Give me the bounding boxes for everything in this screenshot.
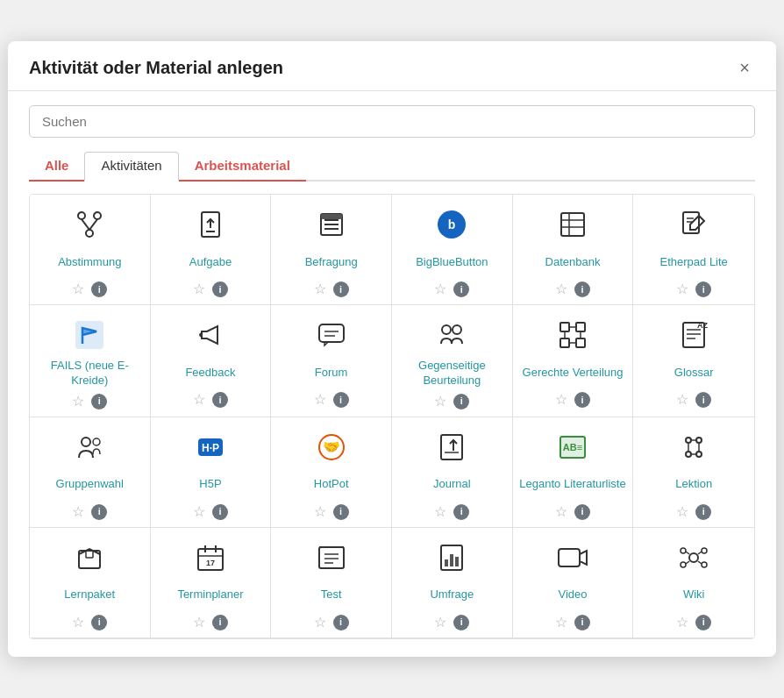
hotpot-star-button[interactable]: ☆ bbox=[314, 505, 326, 519]
gegenseitige-star-button[interactable]: ☆ bbox=[434, 395, 446, 409]
fails-star-button[interactable]: ☆ bbox=[72, 395, 84, 409]
leganto-info-button[interactable]: i bbox=[574, 504, 590, 520]
svg-rect-30 bbox=[576, 338, 585, 347]
forum-info-button[interactable]: i bbox=[333, 392, 349, 408]
video-star-button[interactable]: ☆ bbox=[555, 616, 567, 630]
lernpaket-info-button[interactable]: i bbox=[91, 615, 107, 630]
card-gegenseitige[interactable]: Gegenseitige Beurteilung ☆ i bbox=[392, 305, 513, 417]
card-aufgabe[interactable]: Aufgabe ☆ i bbox=[151, 195, 272, 305]
terminplaner-label: Terminplaner bbox=[177, 581, 243, 609]
card-datenbank[interactable]: Datenbank ☆ i bbox=[513, 195, 634, 305]
journal-info-button[interactable]: i bbox=[453, 504, 469, 520]
gegenseitige-info-button[interactable]: i bbox=[453, 394, 469, 410]
card-etherpad[interactable]: Etherpad Lite ☆ i bbox=[633, 195, 754, 305]
modal-header: Aktivität oder Material anlegen × bbox=[8, 41, 776, 91]
tab-aktivitaeten[interactable]: Aktivitäten bbox=[84, 152, 178, 182]
svg-point-1 bbox=[94, 212, 101, 219]
abstimmung-info-button[interactable]: i bbox=[91, 281, 107, 297]
card-feedback[interactable]: Feedback ☆ i bbox=[151, 305, 272, 417]
gegenseitige-actions: ☆ i bbox=[434, 394, 469, 410]
aufgabe-star-button[interactable]: ☆ bbox=[193, 282, 205, 296]
abstimmung-label: Abstimmung bbox=[58, 248, 121, 276]
lektion-star-button[interactable]: ☆ bbox=[676, 505, 688, 519]
tab-alle[interactable]: Alle bbox=[29, 152, 85, 182]
card-umfrage[interactable]: Umfrage ☆ i bbox=[392, 528, 513, 638]
fails-info-button[interactable]: i bbox=[91, 394, 107, 410]
card-befragung[interactable]: Befragung ☆ i bbox=[271, 195, 392, 305]
card-leganto[interactable]: AB≡ Leganto Literaturliste ☆ i bbox=[513, 417, 634, 528]
feedback-label: Feedback bbox=[185, 359, 235, 387]
card-h5p[interactable]: H·P H5P ☆ i bbox=[151, 417, 272, 528]
etherpad-star-button[interactable]: ☆ bbox=[676, 282, 688, 296]
card-hotpot[interactable]: 🤝 HotPot ☆ i bbox=[271, 417, 392, 528]
svg-rect-21 bbox=[75, 321, 103, 349]
glossar-star-button[interactable]: ☆ bbox=[676, 393, 688, 407]
card-glossar[interactable]: AZ Glossar ☆ i bbox=[633, 305, 754, 417]
gerechte-label: Gerechte Verteilung bbox=[523, 359, 624, 387]
card-lektion[interactable]: Lektion ☆ i bbox=[633, 417, 754, 528]
close-button[interactable]: × bbox=[734, 57, 755, 78]
terminplaner-star-button[interactable]: ☆ bbox=[193, 616, 205, 630]
svg-line-3 bbox=[82, 219, 89, 230]
card-bigbluebutton[interactable]: b BigBlueButton ☆ i bbox=[392, 195, 513, 305]
tab-arbeitsmaterial[interactable]: Arbeitsmaterial bbox=[179, 152, 306, 182]
svg-point-51 bbox=[686, 438, 691, 443]
forum-star-button[interactable]: ☆ bbox=[314, 393, 326, 407]
aufgabe-info-button[interactable]: i bbox=[212, 281, 228, 297]
journal-actions: ☆ i bbox=[434, 504, 469, 520]
datenbank-info-button[interactable]: i bbox=[574, 281, 590, 297]
card-lernpaket[interactable]: Lernpaket ☆ i bbox=[30, 528, 151, 638]
card-wiki[interactable]: Wiki ☆ i bbox=[633, 528, 754, 638]
umfrage-star-button[interactable]: ☆ bbox=[434, 616, 446, 630]
test-star-button[interactable]: ☆ bbox=[314, 616, 326, 630]
card-video[interactable]: Video ☆ i bbox=[513, 528, 634, 638]
gruppenwahl-icon bbox=[73, 430, 106, 465]
wiki-star-button[interactable]: ☆ bbox=[676, 616, 688, 630]
search-input[interactable] bbox=[29, 105, 755, 138]
video-info-button[interactable]: i bbox=[574, 615, 590, 630]
gruppenwahl-star-button[interactable]: ☆ bbox=[72, 505, 84, 519]
card-fails[interactable]: FAILS (neue E-Kreide) ☆ i bbox=[30, 305, 151, 417]
abstimmung-star-button[interactable]: ☆ bbox=[72, 282, 84, 296]
gruppenwahl-info-button[interactable]: i bbox=[91, 504, 107, 520]
h5p-star-button[interactable]: ☆ bbox=[193, 505, 205, 519]
svg-text:H·P: H·P bbox=[202, 442, 219, 454]
feedback-star-button[interactable]: ☆ bbox=[193, 393, 205, 407]
lektion-info-button[interactable]: i bbox=[695, 504, 711, 520]
feedback-info-button[interactable]: i bbox=[212, 392, 228, 408]
umfrage-info-button[interactable]: i bbox=[453, 615, 469, 630]
card-gruppenwahl[interactable]: Gruppenwahl ☆ i bbox=[30, 417, 151, 528]
glossar-info-button[interactable]: i bbox=[695, 392, 711, 408]
card-forum[interactable]: Forum ☆ i bbox=[271, 305, 392, 417]
terminplaner-info-button[interactable]: i bbox=[212, 615, 228, 630]
card-abstimmung[interactable]: Abstimmung ☆ i bbox=[30, 195, 151, 305]
wiki-label: Wiki bbox=[683, 581, 705, 609]
befragung-icon bbox=[315, 207, 348, 242]
h5p-info-button[interactable]: i bbox=[212, 504, 228, 520]
svg-rect-28 bbox=[576, 323, 585, 331]
glossar-icon: AZ bbox=[677, 317, 710, 353]
etherpad-info-button[interactable]: i bbox=[695, 281, 711, 297]
test-info-button[interactable]: i bbox=[333, 615, 349, 630]
card-terminplaner[interactable]: 17 Terminplaner ☆ i bbox=[151, 528, 272, 638]
befragung-star-button[interactable]: ☆ bbox=[314, 282, 326, 296]
card-journal[interactable]: Journal ☆ i bbox=[392, 417, 513, 528]
gerechte-info-button[interactable]: i bbox=[574, 392, 590, 408]
lernpaket-icon bbox=[73, 540, 106, 575]
leganto-star-button[interactable]: ☆ bbox=[555, 505, 567, 519]
svg-text:17: 17 bbox=[206, 559, 215, 567]
bigbluebutton-star-button[interactable]: ☆ bbox=[434, 282, 446, 296]
activity-grid: Abstimmung ☆ i Aufgabe ☆ i Befragun bbox=[29, 194, 755, 639]
card-gerechte[interactable]: Gerechte Verteilung ☆ i bbox=[513, 305, 634, 417]
bigbluebutton-info-button[interactable]: i bbox=[453, 281, 469, 297]
svg-rect-27 bbox=[560, 323, 569, 331]
card-test[interactable]: Test ☆ i bbox=[271, 528, 392, 638]
hotpot-info-button[interactable]: i bbox=[333, 504, 349, 520]
befragung-info-button[interactable]: i bbox=[333, 281, 349, 297]
datenbank-star-button[interactable]: ☆ bbox=[555, 282, 567, 296]
lernpaket-star-button[interactable]: ☆ bbox=[72, 616, 84, 630]
journal-star-button[interactable]: ☆ bbox=[434, 505, 446, 519]
gerechte-star-button[interactable]: ☆ bbox=[555, 393, 567, 407]
svg-point-53 bbox=[686, 452, 691, 457]
wiki-info-button[interactable]: i bbox=[695, 615, 711, 630]
